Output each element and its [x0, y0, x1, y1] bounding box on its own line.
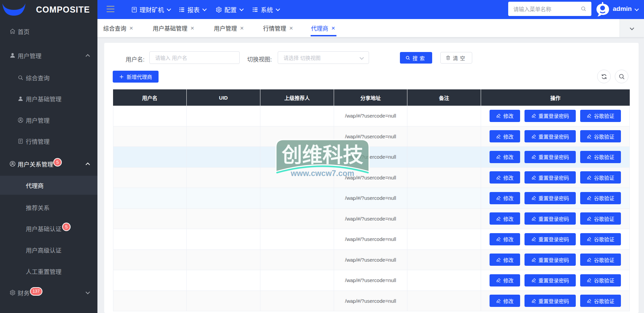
svg-text:创维科技: 创维科技 — [282, 144, 363, 167]
svg-text:www.cwcw7.com: www.cwcw7.com — [290, 169, 354, 178]
